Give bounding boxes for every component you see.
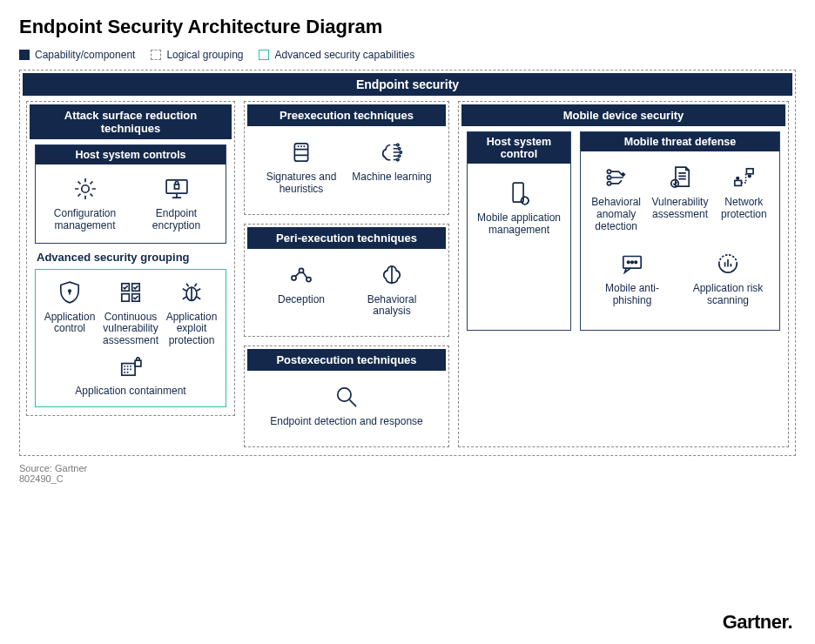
network-icon xyxy=(728,162,759,193)
legend-capability-label: Capability/component xyxy=(35,49,135,61)
mobile-host-box: Host system control Mobile application m… xyxy=(467,131,571,331)
svg-rect-2 xyxy=(174,184,178,189)
cap-app-exploit-protection: Application exploit protection xyxy=(161,275,222,349)
legend-logical-label: Logical grouping xyxy=(166,49,243,61)
svg-rect-10 xyxy=(135,360,141,366)
svg-point-13 xyxy=(398,147,401,150)
svg-point-24 xyxy=(607,176,610,179)
cap-machine-learning: Machine learning xyxy=(347,135,437,198)
shield-lock-icon xyxy=(54,277,85,308)
footer: Source: Gartner 802490_C xyxy=(19,463,796,484)
svg-point-0 xyxy=(81,185,89,193)
cap-label: Continuous vulnerability assessment xyxy=(102,312,159,347)
legend: Capability/component Logical grouping Ad… xyxy=(19,49,796,61)
cap-mobile-app-mgmt: Mobile application management xyxy=(471,176,567,238)
cap-app-risk-scanning: Application risk scanning xyxy=(680,246,776,321)
building-lock-icon xyxy=(115,351,146,382)
svg-rect-6 xyxy=(122,293,130,301)
cap-signatures-heuristics: Signatures and heuristics xyxy=(256,135,347,198)
cap-app-containment: Application containment xyxy=(39,349,222,399)
cap-endpoint-encryption: Endpoint encryption xyxy=(131,171,222,234)
legend-capability: Capability/component xyxy=(19,49,135,61)
chat-dots-icon xyxy=(616,248,648,279)
cap-edr: Endpoint detection and response xyxy=(256,379,437,430)
doc-id-label: 802490_C xyxy=(19,473,796,484)
preexecution-group: Preexecution techniques Signatures and h… xyxy=(244,101,449,215)
endpoint-security-banner: Endpoint security xyxy=(23,73,792,96)
cap-label: Machine learning xyxy=(352,171,431,184)
svg-point-15 xyxy=(398,155,401,158)
brain-icon xyxy=(376,259,408,291)
checklist-icon xyxy=(115,277,146,308)
cap-behavioral-analysis: Behavioral analysis xyxy=(347,258,437,320)
svg-rect-9 xyxy=(122,364,135,376)
monitor-lock-icon xyxy=(161,173,192,205)
cap-label: Network protection xyxy=(714,197,774,221)
cap-label: Endpoint encryption xyxy=(132,208,220,232)
cap-label: Application control xyxy=(41,312,98,336)
bug-icon xyxy=(176,277,207,308)
radar-icon xyxy=(712,248,744,279)
endpoint-security-container: Endpoint security Attack surface reducti… xyxy=(19,70,796,456)
phone-gear-icon xyxy=(503,178,535,209)
svg-point-23 xyxy=(607,170,610,173)
anomaly-icon xyxy=(601,162,632,193)
legend-advanced-label: Advanced security capabilities xyxy=(274,49,414,61)
svg-point-25 xyxy=(607,182,610,185)
cap-label: Mobile anti-phishing xyxy=(586,283,678,307)
mobile-host-title: Host system control xyxy=(468,132,570,164)
cap-label: Configuration management xyxy=(41,208,129,232)
svg-point-32 xyxy=(627,261,630,264)
gartner-logo: Gartner. xyxy=(723,611,792,634)
legend-logical: Logical grouping xyxy=(151,49,243,61)
mobile-security-group: Mobile device security Host system contr… xyxy=(458,101,789,447)
svg-point-14 xyxy=(400,151,402,154)
advanced-grouping-box: Application control Continuous vulnerabi… xyxy=(35,269,226,407)
database-icon xyxy=(286,137,317,168)
mobile-threat-box: Mobile threat defense Behavioral anomaly… xyxy=(580,131,780,331)
postexecution-group: Postexecution techniques Endpoint detect… xyxy=(244,345,449,447)
cap-label: Application exploit protection xyxy=(163,312,220,347)
advanced-grouping-title: Advanced security grouping xyxy=(35,244,226,269)
cap-vuln-assessment: Vulnerability assessment xyxy=(648,160,711,234)
periexecution-group: Peri-execution techniques Deception xyxy=(244,224,449,338)
gear-icon xyxy=(70,173,101,205)
cap-label: Mobile application management xyxy=(473,212,565,237)
cap-label: Endpoint detection and response xyxy=(270,416,422,428)
cap-label: Deception xyxy=(278,294,325,306)
svg-point-34 xyxy=(635,261,637,264)
postexecution-title: Postexecution techniques xyxy=(247,349,446,371)
ml-brain-icon xyxy=(376,137,408,168)
svg-rect-27 xyxy=(735,180,742,185)
swatch-solid-icon xyxy=(19,50,30,60)
host-system-controls-title: Host system controls xyxy=(36,145,226,164)
svg-rect-28 xyxy=(747,169,754,174)
diagram-title: Endpoint Security Architecture Diagram xyxy=(19,16,796,38)
cap-label: Vulnerability assessment xyxy=(650,197,710,221)
source-label: Source: Gartner xyxy=(19,463,796,473)
cap-anti-phishing: Mobile anti-phishing xyxy=(584,246,680,309)
svg-point-30 xyxy=(749,175,751,178)
connected-dots-icon xyxy=(286,259,317,291)
legend-advanced: Advanced security capabilities xyxy=(259,49,414,61)
mobile-security-title: Mobile device security xyxy=(461,104,785,126)
attack-surface-title: Attack surface reduction techniques xyxy=(30,104,232,139)
cap-label: Application containment xyxy=(75,386,185,398)
svg-point-12 xyxy=(397,144,400,146)
cap-behavioral-anomaly: Behavioral anomaly detection xyxy=(584,160,648,234)
cap-configuration-management: Configuration management xyxy=(39,171,131,234)
cap-label: Behavioral analysis xyxy=(348,294,435,319)
cap-label: Application risk scanning xyxy=(682,283,774,307)
preexecution-title: Preexecution techniques xyxy=(247,104,446,126)
svg-point-33 xyxy=(631,261,634,264)
cap-continuous-vuln: Continuous vulnerability assessment xyxy=(100,275,161,349)
document-check-icon xyxy=(664,162,696,193)
cap-network-protection: Network protection xyxy=(712,160,776,234)
periexecution-title: Peri-execution techniques xyxy=(247,227,446,249)
mobile-threat-title: Mobile threat defense xyxy=(581,132,779,151)
attack-surface-group: Attack surface reduction techniques Host… xyxy=(26,101,235,416)
svg-point-16 xyxy=(397,158,400,161)
svg-point-20 xyxy=(338,388,351,401)
cap-application-control: Application control xyxy=(39,275,100,349)
svg-point-29 xyxy=(737,178,739,180)
